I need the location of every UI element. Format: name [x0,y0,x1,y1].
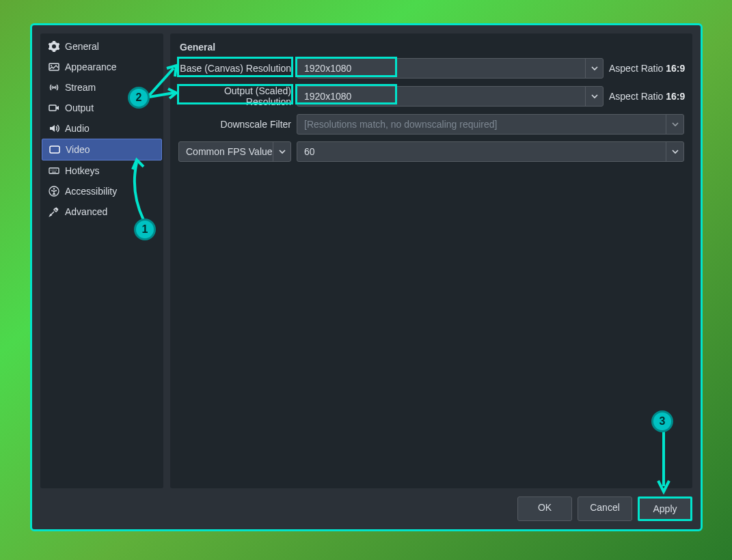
gear-icon [49,41,59,52]
svg-rect-3 [49,105,56,111]
annotation-badge-1: 1 [134,219,156,240]
svg-rect-5 [49,168,59,173]
sidebar-item-label: Stream [65,82,96,93]
appearance-icon [49,61,59,72]
main-panel: General Base (Canvas) Resolution 1920x10… [170,33,692,488]
sidebar-item-label: Audio [65,123,90,134]
keyboard-icon [49,165,59,176]
output-aspect-ratio: Aspect Ratio 16:9 [609,91,684,102]
footer: OK Cancel Apply [40,488,692,521]
downscale-filter-label: Downscale Filter [178,119,291,130]
downscale-filter-combo[interactable]: [Resolutions match, no downscaling requi… [297,114,684,135]
sidebar-item-label: Advanced [65,206,107,217]
sidebar-item-appearance[interactable]: Appearance [42,57,162,77]
chevron-down-icon[interactable] [666,115,683,134]
fps-type-combo[interactable]: Common FPS Values [178,141,291,162]
tools-icon [49,206,59,217]
base-resolution-combo[interactable]: 1920x1080 [297,58,604,79]
svg-point-1 [51,65,52,66]
base-resolution-value: 1920x1080 [297,63,585,74]
base-resolution-label: Base (Canvas) Resolution [178,63,291,74]
video-icon [49,144,60,155]
sidebar-item-label: Video [66,144,90,155]
sidebar-item-audio[interactable]: Audio [42,118,162,139]
downscale-filter-value: [Resolutions match, no downscaling requi… [297,119,666,130]
chevron-down-icon[interactable] [585,87,603,106]
annotation-arrow [149,61,179,100]
cancel-button[interactable]: Cancel [578,496,632,521]
base-resolution-row: Base (Canvas) Resolution 1920x1080 Aspec… [178,58,684,79]
chevron-down-icon[interactable] [585,59,603,78]
section-title: General [178,40,684,58]
ok-button[interactable]: OK [517,496,572,521]
apply-button[interactable]: Apply [638,496,692,521]
output-resolution-label: Output (Scaled) Resolution [178,85,291,107]
accessibility-icon [49,186,59,197]
sidebar-item-label: Appearance [65,61,117,72]
fps-type-value: Common FPS Values [179,146,273,157]
annotation-badge-3: 3 [651,410,673,432]
svg-rect-4 [50,146,59,153]
sidebar-item-label: Hotkeys [65,165,100,176]
chevron-down-icon[interactable] [666,142,683,161]
annotation-arrow [657,432,670,494]
output-resolution-row: Output (Scaled) Resolution 1920x1080 Asp… [178,85,684,107]
annotation-badge-2: 2 [128,87,150,109]
downscale-filter-row: Downscale Filter [Resolutions match, no … [178,114,684,135]
audio-icon [49,123,59,134]
sidebar-item-label: General [65,41,99,52]
fps-value-combo[interactable]: 60 [297,141,684,162]
svg-point-2 [53,87,55,89]
sidebar-item-label: Accessibility [65,186,117,197]
sidebar-item-general[interactable]: General [42,36,162,57]
annotation-arrow [130,157,150,220]
svg-point-7 [53,188,55,189]
fps-value: 60 [297,146,666,157]
chevron-down-icon[interactable] [273,142,290,161]
sidebar-item-label: Output [65,102,94,113]
base-aspect-ratio: Aspect Ratio 16:9 [609,63,684,74]
stream-icon [49,82,59,93]
output-resolution-combo[interactable]: 1920x1080 [297,86,604,107]
output-icon [49,102,59,113]
fps-row: Common FPS Values 60 [178,141,684,162]
output-resolution-value: 1920x1080 [297,91,585,102]
